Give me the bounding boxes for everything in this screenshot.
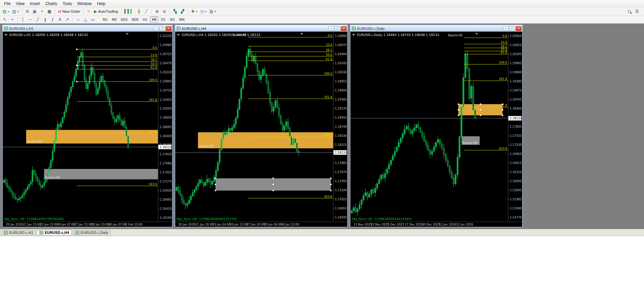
menu-file[interactable]: File <box>1 1 13 7</box>
window-close-button[interactable]: × <box>166 26 171 31</box>
menu-tools[interactable]: Tools <box>60 1 75 7</box>
svg-text:12 Jan 2026: 12 Jan 2026 <box>439 223 456 226</box>
svg-text:1.17455: 1.17455 <box>335 179 347 183</box>
timeframe-m30-button[interactable]: M30 <box>130 16 140 23</box>
new-order-button[interactable]: ⇄New Order <box>57 8 82 15</box>
trendline-button[interactable]: ╱ <box>34 16 41 23</box>
terminal-button[interactable]: ▦ <box>46 8 53 15</box>
crosshair-button[interactable]: + <box>9 16 16 23</box>
profiles-button[interactable]: ▥▾ <box>11 8 20 15</box>
toolbar-menu-icon: ☰ <box>635 9 639 13</box>
candlestick-chart-button[interactable]: ╫ <box>135 8 142 15</box>
timeframe-h4-button[interactable]: H4 <box>150 16 158 23</box>
svg-text:261.8: 261.8 <box>324 133 332 137</box>
triangle-button[interactable]: △ <box>82 16 89 23</box>
svg-text:1.19455: 1.19455 <box>160 98 171 101</box>
horizontal-line-button[interactable]: ─ <box>27 16 34 23</box>
chart-canvas-h4[interactable]: 0.023.638.250.061.8100.0161.8261.8423.6S… <box>175 32 347 227</box>
timeframe-m5-button[interactable]: M5 <box>110 16 118 23</box>
line-chart-icon: ╱ <box>145 9 147 13</box>
chart-window-titlebar[interactable]: EURUSD.c,H4 – □ × <box>175 25 347 32</box>
svg-text:1.17670: 1.17670 <box>335 170 347 174</box>
indicators-button[interactable]: ✚▾ <box>190 8 198 15</box>
channel-button[interactable]: ∥ <box>42 16 49 23</box>
svg-text:100.0: 100.0 <box>499 61 507 64</box>
window-maximize-button[interactable]: □ <box>335 26 340 31</box>
chevron-down-icon: ▾ <box>205 10 206 13</box>
tab-eurusd-c-daily[interactable]: EURUSD.c,Daily <box>72 230 111 236</box>
toolbar-drawing: ↖+│─╱∥ƒA↗○△▭ M1M5M15M30H1H4D1W1MN <box>0 16 644 24</box>
zoom-in-button[interactable]: ⊕ <box>153 8 160 15</box>
timeframe-m15-button[interactable]: M15 <box>119 16 129 23</box>
metaeditor-button[interactable]: ✎ <box>85 8 92 15</box>
templates-icon: ▨ <box>209 9 213 13</box>
autotrading-button[interactable]: ▶AutoTrading <box>93 8 119 15</box>
fibonacci-button[interactable]: ƒ <box>49 16 56 23</box>
mdi-area: EURUSD.c,H1 – □ × 0.023.638.250.061.8100… <box>0 24 644 229</box>
svg-text:1.16595: 1.16595 <box>335 216 347 219</box>
chart-canvas-daily[interactable]: 0.023.638.250.061.8100.0161.8261.8423.6S… <box>350 32 522 227</box>
timeframe-d1-button[interactable]: D1 <box>159 16 167 23</box>
svg-text:1.16810: 1.16810 <box>335 207 347 210</box>
metaeditor-icon: ✎ <box>87 9 90 13</box>
svg-text:EURUSD.c,H1 1.18209 1.18209 1: EURUSD.c,H1 1.18209 1.18209 1.18048 1.18… <box>9 33 88 37</box>
new-chart-button[interactable]: ▤▾ <box>1 8 10 15</box>
menu-view[interactable]: View <box>13 1 27 7</box>
periods-button[interactable]: ◷▾ <box>199 8 208 15</box>
svg-text:1.19600: 1.19600 <box>335 89 347 92</box>
templates-button[interactable]: ▨▾ <box>208 8 217 15</box>
periods-icon: ◷ <box>200 9 204 13</box>
text-button[interactable]: A <box>56 16 63 23</box>
menu-insert[interactable]: Insert <box>27 1 43 7</box>
window-minimize-button[interactable]: – <box>503 26 509 31</box>
navigator-button[interactable]: ✦ <box>39 8 46 15</box>
window-minimize-button[interactable]: – <box>153 26 159 31</box>
window-maximize-button[interactable]: □ <box>159 26 165 31</box>
menu-help[interactable]: Help <box>94 1 108 7</box>
menubar: FileViewInsertChartsToolsWindowHelp <box>0 0 644 7</box>
timeframe-w1-button[interactable]: W1 <box>168 16 177 23</box>
tab-eurusd-c-h1[interactable]: EURUSD.c,H1 <box>1 230 36 236</box>
svg-text:1.17680: 1.17680 <box>160 162 171 165</box>
cascade-windows-button[interactable]: ▞ <box>179 8 186 15</box>
tile-windows-button[interactable]: ▚ <box>171 8 179 15</box>
vertical-line-icon: │ <box>22 17 24 22</box>
window-close-button[interactable]: × <box>516 26 522 31</box>
arrow-tools-button[interactable]: ↗ <box>64 16 71 23</box>
chart-tab-icon <box>75 231 79 235</box>
market-watch-button[interactable]: ⊞ <box>24 8 31 15</box>
toolbar-separator <box>17 17 18 22</box>
svg-text:Source H1: Source H1 <box>448 34 463 37</box>
menu-window[interactable]: Window <box>75 1 95 7</box>
svg-text:1.16920: 1.16920 <box>510 152 522 156</box>
chart-window-titlebar[interactable]: EURUSD.c,H1 – □ × <box>3 25 172 32</box>
svg-text:1.19170: 1.19170 <box>335 107 347 110</box>
ellipse-button[interactable]: ○ <box>75 16 82 23</box>
window-maximize-button[interactable]: □ <box>509 26 515 31</box>
timeframe-m1-button[interactable]: M1 <box>101 16 109 23</box>
chart-canvas-h1[interactable]: 0.023.638.250.061.8100.0161.8261.8423.6S… <box>3 32 172 227</box>
data-window-button[interactable]: ▣ <box>31 8 38 15</box>
svg-text:21 Jan 20:00: 21 Jan 20:00 <box>195 223 213 226</box>
svg-text:0.0: 0.0 <box>502 34 507 38</box>
tile-windows-icon: ▚ <box>174 9 177 13</box>
tab-eurusd-c-h4[interactable]: EURUSD.c,H4 <box>37 230 72 236</box>
timeframe-mn-button[interactable]: MN <box>178 16 186 23</box>
timeframe-h1-button[interactable]: H1 <box>141 16 149 23</box>
window-close-button[interactable]: × <box>341 26 347 31</box>
menu-charts[interactable]: Charts <box>43 1 60 7</box>
profiles-icon: ▥ <box>12 9 16 13</box>
toolbar-separator <box>121 9 121 14</box>
rectangle-button[interactable]: ▭ <box>89 16 96 23</box>
chevron-down-icon: ▾ <box>17 10 19 13</box>
bar-chart-button[interactable]: ▍▍▎ <box>123 8 135 15</box>
zoom-out-button[interactable]: ⊖ <box>161 8 168 15</box>
cursor-button[interactable]: ↖ <box>1 16 8 23</box>
toolbar-menu-button[interactable]: ☰ <box>634 8 641 15</box>
line-chart-button[interactable]: ╱ <box>143 8 150 15</box>
window-minimize-button[interactable]: – <box>328 26 334 31</box>
svg-text:1.17845: 1.17845 <box>510 125 522 128</box>
vertical-line-button[interactable]: │ <box>19 16 27 23</box>
chart-window-titlebar[interactable]: EURUSD.c,Daily – □ × <box>350 25 522 32</box>
search-button[interactable] <box>626 8 633 15</box>
